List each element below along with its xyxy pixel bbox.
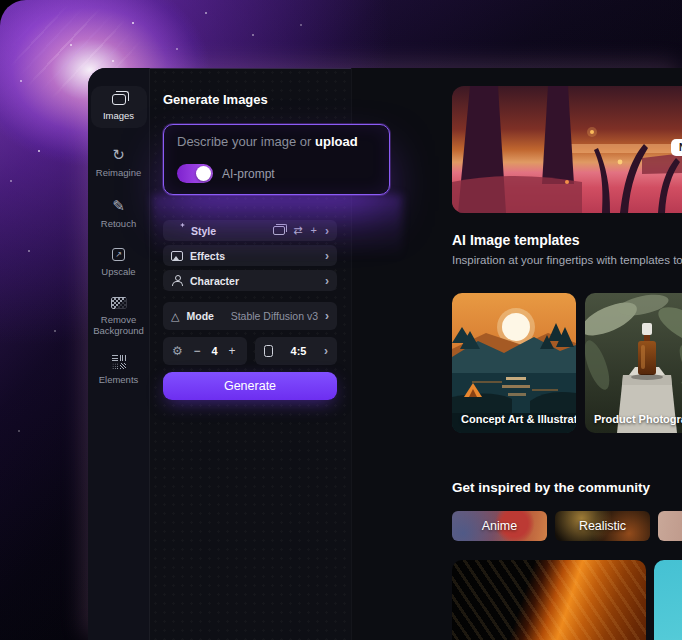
sidebar-item-label: Elements [91,374,147,385]
retouch-icon: ✎ [112,198,125,213]
character-icon [171,275,183,286]
sidebar-item-elements[interactable]: Elements [91,355,147,385]
sidebar-item-upscale[interactable]: ↗ Upscale [91,248,147,277]
content-area: NEW Recraft Plus AI Image templates Insp… [352,68,682,640]
template-card-concept-art[interactable]: Concept Art & Illustration [452,293,576,433]
image-count-value: 4 [211,345,217,357]
recraft-plus-banner[interactable]: NEW Recraft Plus [452,86,682,213]
tool-sidebar: Images ↻ Reimagine ✎ Retouch ↗ Upscale R… [88,68,150,640]
sidebar-item-retouch[interactable]: ✎ Retouch [91,198,147,229]
ai-prompt-label: AI-prompt [222,167,275,181]
ai-prompt-toggle[interactable] [177,164,213,183]
image-count-stepper: ⚙ − 4 + [163,337,247,365]
prompt-input[interactable]: Describe your image or upload AI-prompt [163,124,390,195]
prompt-placeholder: Describe your image or upload [177,134,376,149]
sidebar-item-reimagine[interactable]: ↻ Reimagine [91,147,147,178]
effects-icon [171,251,183,261]
effects-label: Effects [190,250,225,262]
template-card-product-photography[interactable]: Product Photography [585,293,682,433]
sidebar-item-label: Retouch [91,218,147,229]
style-icon [171,225,184,237]
upload-link[interactable]: upload [315,134,358,149]
banner-illustration [452,86,682,213]
community-image-orange-texture[interactable] [452,560,646,640]
mode-value: Stable Diffusion v3 [231,310,318,322]
mode-row[interactable]: △ Mode Stable Diffusion v3 › [163,302,337,330]
shuffle-icon[interactable]: ⇄ [293,225,302,236]
new-badge: NEW [671,139,682,156]
sidebar-item-label: Upscale [91,266,147,277]
effects-row[interactable]: Effects › [163,245,337,266]
sidebar-item-label: Images [91,110,147,121]
mode-icon: △ [171,311,179,322]
templates-subheading: Inspiration at your fingertips with temp… [452,254,682,266]
upscale-icon: ↗ [112,248,125,261]
chevron-right-icon[interactable]: › [324,345,328,357]
images-icon [112,94,126,105]
toggle-knob [196,166,211,181]
sidebar-item-images[interactable]: Images [91,86,147,128]
remove-background-icon [111,297,127,309]
chevron-right-icon[interactable]: › [325,250,329,262]
product-photo-illustration [585,293,682,433]
increase-count-button[interactable]: + [226,344,238,358]
community-image-teal-sky[interactable] [654,560,682,640]
style-label: Style [191,225,216,237]
template-card-label: Product Photography [594,413,682,425]
page-title: Generate Images [163,92,268,107]
community-chip-woman[interactable]: Woman [658,511,682,541]
prompt-placeholder-text: Describe your image or [177,134,311,149]
elements-icon [112,355,126,369]
sidebar-item-label: Reimagine [91,167,147,178]
sidebar-item-remove-background[interactable]: Remove Background [91,297,147,337]
reimagine-icon: ↻ [112,147,125,162]
style-library-icon[interactable] [273,226,285,235]
chip-label: Anime [482,519,517,533]
aspect-ratio-selector[interactable]: 4:5 › [255,337,337,365]
concept-art-illustration [452,293,576,433]
generate-button[interactable]: Generate [163,372,337,400]
character-row[interactable]: Character › [163,270,337,291]
star-specks [0,0,2,2]
aspect-ratio-icon [264,345,273,357]
style-row[interactable]: Style ⇄ + › [163,220,337,241]
chevron-right-icon[interactable]: › [325,310,329,322]
community-chip-anime[interactable]: Anime [452,511,547,541]
chevron-right-icon[interactable]: › [325,275,329,287]
template-card-label: Concept Art & Illustration [461,413,576,425]
character-label: Character [190,275,239,287]
community-chip-realistic[interactable]: Realistic [555,511,650,541]
page-background: Images ↻ Reimagine ✎ Retouch ↗ Upscale R… [0,0,682,640]
chevron-right-icon[interactable]: › [325,225,329,237]
decrease-count-button[interactable]: − [191,344,203,358]
sidebar-item-label: Remove Background [91,314,147,337]
app-window: Images ↻ Reimagine ✎ Retouch ↗ Upscale R… [88,68,682,640]
community-heading: Get inspired by the community [452,480,650,495]
chip-label: Realistic [579,519,626,533]
mode-label: Mode [186,310,213,322]
templates-heading: AI Image templates [452,232,580,248]
add-style-icon[interactable]: + [311,225,317,236]
aspect-ratio-value: 4:5 [291,345,307,357]
style-actions: ⇄ + › [273,225,329,237]
ai-prompt-toggle-row: AI-prompt [177,164,275,183]
gear-icon[interactable]: ⚙ [172,344,183,358]
